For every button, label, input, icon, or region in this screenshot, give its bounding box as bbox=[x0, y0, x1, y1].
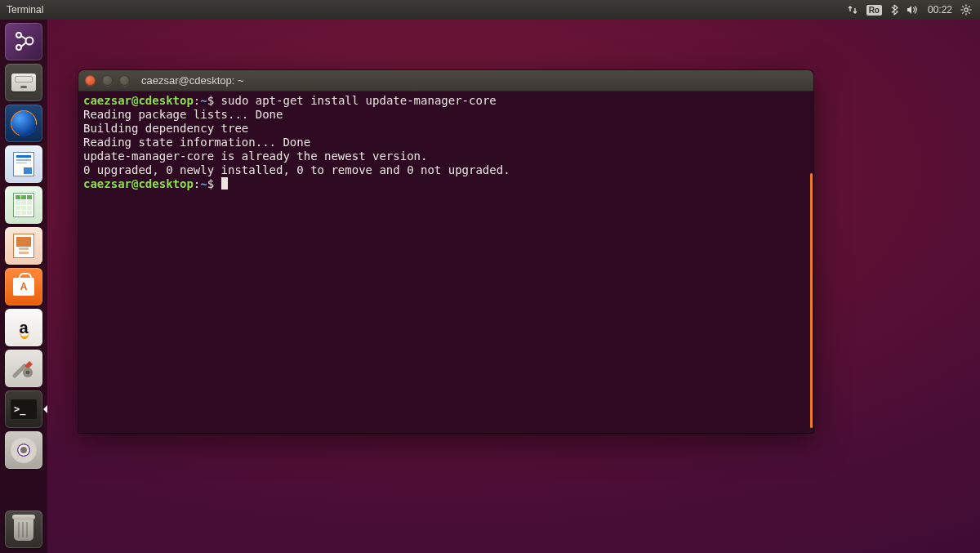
svg-line-7 bbox=[969, 6, 970, 7]
terminal-output-line: Reading state information... Done bbox=[83, 136, 310, 149]
launcher-disc-icon[interactable] bbox=[5, 431, 42, 469]
launcher-terminal-icon[interactable]: >_ bbox=[5, 390, 42, 428]
terminal-titlebar[interactable]: caezsar@cdesktop: ~ bbox=[78, 70, 813, 91]
window-maximize-button[interactable] bbox=[119, 75, 130, 86]
terminal-output-line: update-manager-core is already the newes… bbox=[83, 149, 427, 163]
svg-point-0 bbox=[964, 8, 968, 11]
terminal-command: sudo apt-get install update-manager-core bbox=[221, 94, 497, 107]
prompt-symbol: $ bbox=[207, 94, 214, 107]
clock-indicator[interactable]: 00:22 bbox=[928, 2, 952, 17]
terminal-window[interactable]: caezsar@cdesktop: ~ caezsar@cdesktop:~$ … bbox=[78, 70, 813, 433]
volume-indicator-icon[interactable] bbox=[906, 2, 920, 17]
launcher-amazon-icon[interactable]: a bbox=[5, 309, 42, 346]
launcher-impress-icon[interactable] bbox=[5, 227, 42, 265]
launcher-settings-icon[interactable] bbox=[5, 350, 42, 387]
active-app-label[interactable]: Terminal bbox=[0, 4, 43, 16]
terminal-window-title: caezsar@cdesktop: ~ bbox=[141, 74, 244, 87]
window-minimize-button[interactable] bbox=[102, 75, 113, 86]
bluetooth-indicator-icon[interactable] bbox=[890, 2, 898, 17]
svg-line-6 bbox=[969, 12, 970, 14]
svg-point-9 bbox=[16, 33, 21, 38]
terminal-output-line: Reading package lists... Done bbox=[83, 108, 283, 121]
svg-line-12 bbox=[21, 36, 26, 39]
window-close-button[interactable] bbox=[85, 75, 96, 86]
terminal-scrollbar[interactable] bbox=[810, 173, 813, 428]
terminal-output-line: 0 upgraded, 0 newly installed, 0 to remo… bbox=[83, 163, 510, 176]
svg-line-13 bbox=[21, 42, 26, 47]
top-menubar: Terminal Ro 00:22 bbox=[0, 0, 980, 20]
keyboard-layout-label: Ro bbox=[866, 5, 882, 16]
launcher-writer-icon[interactable] bbox=[5, 145, 42, 183]
prompt-path: ~ bbox=[200, 94, 207, 107]
svg-line-5 bbox=[962, 6, 964, 7]
keyboard-layout-indicator[interactable]: Ro bbox=[866, 2, 882, 17]
launcher-calc-icon[interactable] bbox=[5, 186, 42, 224]
svg-line-8 bbox=[962, 12, 964, 14]
svg-point-11 bbox=[16, 45, 21, 50]
launcher-software-center-icon[interactable] bbox=[5, 268, 42, 305]
prompt-path: ~ bbox=[200, 177, 207, 190]
launcher-files-icon[interactable] bbox=[5, 64, 42, 101]
system-indicators: Ro 00:22 bbox=[847, 2, 980, 17]
launcher-dash-icon[interactable] bbox=[5, 23, 42, 60]
prompt-user: caezsar@cdesktop bbox=[83, 94, 194, 107]
launcher-firefox-icon[interactable] bbox=[5, 105, 42, 142]
svg-point-10 bbox=[26, 38, 33, 45]
terminal-output-line: Building dependency tree bbox=[83, 122, 248, 135]
svg-point-15 bbox=[26, 371, 30, 375]
prompt-symbol: $ bbox=[207, 177, 214, 190]
session-gear-icon[interactable] bbox=[960, 2, 972, 17]
prompt-user: caezsar@cdesktop bbox=[83, 177, 194, 190]
terminal-cursor bbox=[221, 177, 228, 190]
terminal-body[interactable]: caezsar@cdesktop:~$ sudo apt-get install… bbox=[78, 91, 813, 433]
network-indicator-icon[interactable] bbox=[847, 2, 858, 17]
unity-launcher: a >_ bbox=[0, 20, 47, 553]
launcher-trash-icon[interactable] bbox=[5, 511, 42, 548]
